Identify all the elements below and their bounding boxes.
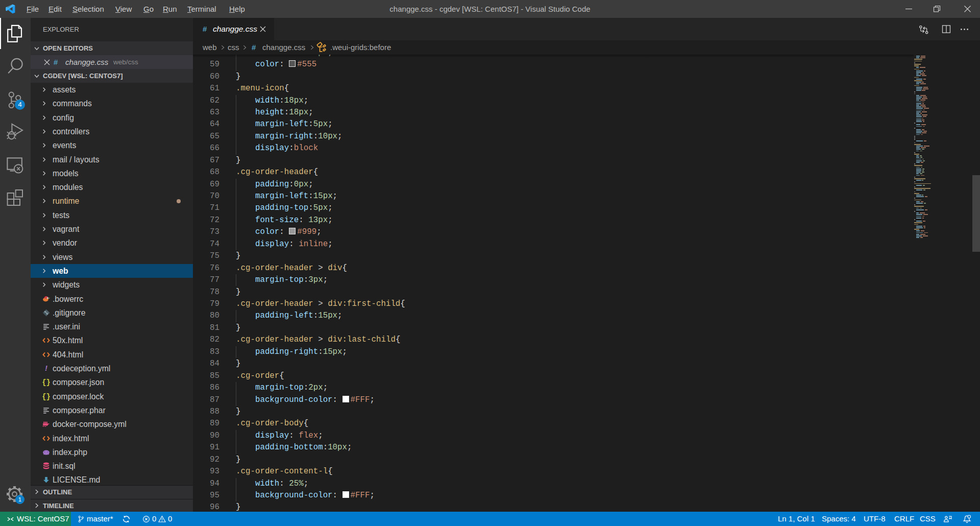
svg-text:{}: {} (42, 379, 51, 387)
svg-text:!: ! (45, 364, 47, 372)
svg-text:{}: {} (42, 393, 51, 400)
